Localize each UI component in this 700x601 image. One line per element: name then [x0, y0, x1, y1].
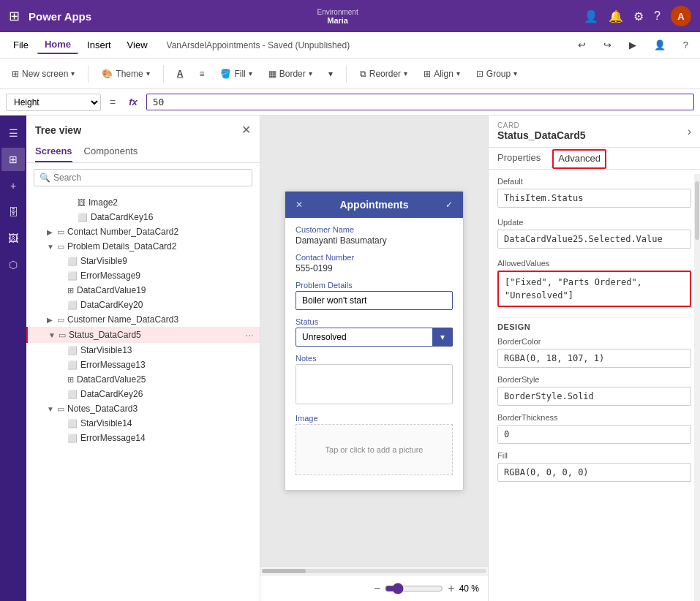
contact-number-value: 555-0199	[296, 263, 453, 273]
scrollbar-thumb[interactable]	[262, 569, 306, 573]
tree-item-errormessage14[interactable]: ⬜ ErrorMessage14	[26, 431, 260, 445]
tree-item-errormessage9[interactable]: ⬜ ErrorMessage9	[26, 268, 260, 283]
play-button[interactable]: ▶	[623, 37, 642, 53]
tree-item-datacardkey16[interactable]: ⬜ DataCardKey16	[26, 210, 260, 224]
share-button[interactable]: 👤	[648, 37, 671, 53]
item-label: DataCardValue25	[77, 374, 254, 385]
tree-item-datacardvalue25[interactable]: ⊞ DataCardValue25	[26, 372, 260, 387]
group-button[interactable]: ⊡ Group ▾	[470, 66, 523, 82]
search-input[interactable]	[34, 169, 252, 186]
tree-item-errormessage13[interactable]: ⬜ ErrorMessage13	[26, 358, 260, 372]
tree-item-starvisible14[interactable]: ⬜ StarVisible14	[26, 416, 260, 431]
menu-home[interactable]: Home	[37, 36, 78, 54]
prop-update-value[interactable]: DataCardValue25.Selected.Value	[497, 230, 691, 249]
tree-item-starvisible13[interactable]: ⬜ StarVisible13	[26, 343, 260, 358]
prop-bordercolor-value[interactable]: RGBA(0, 18, 107, 1)	[497, 349, 691, 368]
status-select[interactable]	[296, 328, 453, 347]
sidebar-media-icon[interactable]: 🖼	[1, 227, 25, 250]
item-label: Customer Name_DataCard3	[67, 314, 254, 325]
problem-details-input[interactable]	[296, 291, 453, 310]
tree-item-datacardkey20[interactable]: ⬜ DataCardKey20	[26, 298, 260, 312]
prop-borderthickness-value[interactable]: 0	[497, 425, 691, 444]
sidebar-data-icon[interactable]: 🗄	[1, 200, 25, 224]
expand-icon: ▶	[47, 228, 57, 236]
fill-label: Fill	[234, 69, 245, 79]
tree-item-contactnumber[interactable]: ▶ ▭ Contact Number_DataCard2	[26, 224, 260, 239]
sidebar-tree-icon[interactable]: ⊞	[1, 148, 25, 171]
format-text-button[interactable]: A	[171, 66, 189, 82]
tree-item-datacardvalue19[interactable]: ⊞ DataCardValue19	[26, 283, 260, 298]
card-icon: ⬜	[67, 257, 78, 266]
help-icon[interactable]: ?	[654, 10, 661, 23]
person-icon[interactable]: 👤	[584, 10, 598, 23]
tab-properties[interactable]: Properties	[497, 148, 541, 169]
prop-allowedvalues-value[interactable]: ["Fixed", "Parts Ordered", "Unresolved"]	[497, 271, 691, 307]
theme-button[interactable]: 🎨 Theme ▾	[96, 66, 155, 82]
item-label: Contact Number_DataCard2	[67, 227, 254, 237]
border-button[interactable]: ▦ Border ▾	[263, 66, 318, 82]
file-toolbar: File Home Insert View VanArsdelAppointme…	[0, 32, 700, 58]
tree-item-notes[interactable]: ▼ ▭ Notes_DataCard3	[26, 401, 260, 416]
theme-chevron: ▾	[146, 69, 150, 78]
panel-expand-icon[interactable]: ›	[688, 125, 691, 138]
tree-item-problemdetails[interactable]: ▼ ▭ Problem Details_DataCard2	[26, 239, 260, 254]
help-toolbar-button[interactable]: ?	[677, 37, 694, 53]
formula-bar: Height = fx	[0, 89, 700, 116]
tree-close-button[interactable]: ✕	[241, 123, 251, 137]
app-grid-icon[interactable]: ⊞	[9, 8, 20, 24]
zoom-out-button[interactable]: −	[374, 582, 380, 595]
format-text-icon: A	[177, 69, 184, 79]
tree-item-customername[interactable]: ▶ ▭ Customer Name_DataCard3	[26, 312, 260, 327]
border-icon: ▦	[268, 69, 276, 79]
new-screen-chevron: ▾	[71, 69, 75, 78]
sidebar-home-icon[interactable]: ☰	[1, 121, 25, 145]
card-icon: ⬜	[67, 300, 78, 310]
sidebar-add-icon[interactable]: +	[1, 174, 25, 197]
tree-title: Tree view	[35, 124, 81, 136]
panel-scrollbar-thumb[interactable]	[695, 181, 699, 240]
tree-item-datacardkey26[interactable]: ⬜ DataCardKey26	[26, 387, 260, 401]
fill-button[interactable]: 🪣 Fill ▾	[214, 66, 257, 82]
tree-item-status-datacard5[interactable]: ▼ ▭ Status_DataCard5 ···	[26, 327, 260, 343]
formula-input[interactable]	[146, 94, 694, 110]
image-upload-area[interactable]: Tap or click to add a picture	[296, 424, 453, 475]
reorder-button[interactable]: ⧉ Reorder ▾	[354, 66, 413, 82]
item-more-icon[interactable]: ···	[245, 329, 254, 341]
align-items-button[interactable]: ⊞ Align ▾	[418, 66, 466, 82]
status-dropdown-arrow[interactable]: ▾	[432, 328, 453, 347]
app-close-icon[interactable]: ✕	[296, 200, 303, 210]
redo-button[interactable]: ↪	[598, 37, 617, 53]
prop-borderstyle-value[interactable]: BorderStyle.Solid	[497, 387, 691, 406]
settings-icon[interactable]: ⚙	[633, 10, 644, 23]
horizontal-scrollbar[interactable]	[260, 566, 488, 575]
app-body: Customer Name Damayanti Basumatary Conta…	[285, 218, 463, 490]
align-button[interactable]: ≡	[193, 66, 210, 82]
tree-item-starvisible9[interactable]: ⬜ StarVisible9	[26, 254, 260, 268]
tab-screens[interactable]: Screens	[35, 141, 72, 162]
tree-item-image2[interactable]: 🖼 Image2	[26, 195, 260, 210]
menu-view[interactable]: View	[120, 37, 155, 53]
notes-label: Notes	[296, 354, 453, 363]
notes-input[interactable]	[296, 364, 453, 404]
app-check-icon[interactable]: ✓	[445, 200, 453, 210]
new-screen-button[interactable]: ⊞ New screen ▾	[6, 66, 80, 82]
prop-fill-value[interactable]: RGBA(0, 0, 0, 0)	[497, 463, 691, 482]
menu-insert[interactable]: Insert	[80, 37, 118, 53]
new-screen-label: New screen	[22, 69, 68, 79]
contact-number-label: Contact Number	[296, 253, 453, 262]
zoom-slider[interactable]	[385, 583, 443, 594]
panel-scrollbar[interactable]	[694, 174, 700, 601]
undo-button[interactable]: ↩	[572, 37, 592, 53]
avatar[interactable]: A	[671, 6, 691, 26]
menu-file[interactable]: File	[6, 37, 36, 53]
tab-components[interactable]: Components	[84, 141, 138, 162]
tab-advanced[interactable]: Advanced	[552, 149, 606, 169]
zoom-in-button[interactable]: +	[448, 582, 454, 595]
fx-button[interactable]: fx	[124, 97, 142, 107]
sidebar-connector-icon[interactable]: ⬡	[1, 253, 25, 276]
chevron-down-button[interactable]: ▾	[323, 66, 339, 82]
property-selector[interactable]: Height	[6, 94, 101, 111]
item-label: Status_DataCard5	[69, 330, 245, 340]
prop-default-value[interactable]: ThisItem.Status	[497, 189, 691, 208]
bell-icon[interactable]: 🔔	[609, 10, 623, 23]
